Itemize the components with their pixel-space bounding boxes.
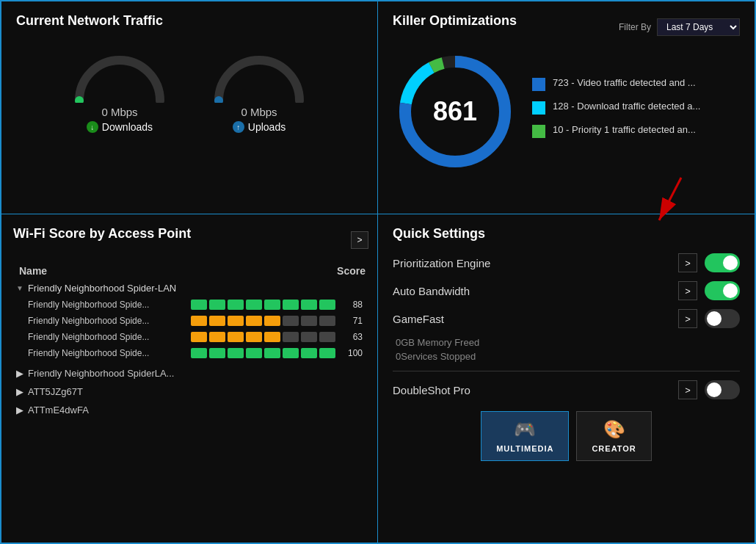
ap-collapsed-2[interactable]: ▶ Friendly Neighborhood SpiderLA... — [13, 364, 366, 382]
prioritization-engine-arrow-btn[interactable]: > — [678, 253, 697, 272]
doubleshot-toggle[interactable] — [705, 380, 740, 399]
bar-seg — [246, 300, 262, 310]
bar-seg — [283, 316, 299, 326]
quick-settings-title: Quick Settings — [393, 226, 740, 242]
gamefast-arrow-btn[interactable]: > — [678, 309, 697, 328]
bar-seg — [319, 332, 335, 342]
uploads-label: ↑ Uploads — [233, 121, 286, 133]
gamefast-toggle[interactable] — [705, 309, 740, 328]
bar-seg — [228, 332, 244, 342]
downloads-icon: ↓ — [87, 121, 98, 133]
killer-optimizations-panel: Killer Optimizations Filter By Last 7 Da… — [378, 1, 755, 214]
bar-seg — [209, 332, 225, 342]
gauges-container: 0 Mbps ↓ Downloads 0 Mbps ↑ Uploads — [16, 40, 363, 140]
wifi-score-panel: Wi-Fi Score by Access Point > Name Score… — [1, 214, 378, 543]
toggle-knob-4 — [707, 382, 722, 397]
bar-seg — [301, 316, 317, 326]
legend-item-1: 723 - Video traffic detected and ... — [532, 76, 740, 91]
downloads-label-text: Downloads — [102, 121, 153, 133]
ap-child-name-1-4: Friendly Neighborhood Spide... — [28, 348, 160, 358]
legend-text-1: 723 - Video traffic detected and ... — [553, 76, 696, 90]
ap-arrow-3: ▶ — [16, 386, 23, 397]
bar-seg — [264, 348, 280, 358]
score-1-3: 63 — [342, 332, 363, 342]
gamefast-memory: 0GB Memory Freed — [396, 337, 740, 348]
bar-seg — [319, 300, 335, 310]
bar-chart-1-1: 88 — [191, 300, 363, 310]
ap-collapsed-3[interactable]: ▶ ATT5JZg67T — [13, 382, 366, 401]
toggle-slider-off — [705, 309, 740, 328]
network-traffic-panel: Current Network Traffic 0 Mbps ↓ Downloa… — [1, 1, 378, 214]
gamefast-controls: > — [678, 309, 740, 328]
prioritization-engine-label: Prioritization Engine — [393, 257, 490, 269]
doubleshot-arrow-btn[interactable]: > — [678, 380, 697, 399]
bar-seg — [283, 348, 299, 358]
multimedia-mode-button[interactable]: 🎮 MULTIMEDIA — [481, 411, 569, 461]
uploads-gauge-svg — [211, 48, 307, 103]
wifi-header: Wi-Fi Score by Access Point > — [13, 226, 368, 253]
wifi-col-name: Name — [19, 265, 47, 277]
score-1-2: 71 — [342, 316, 363, 326]
ap-child-1-3: Friendly Neighborhood Spide... 63 — [25, 329, 366, 345]
bar-seg — [264, 300, 280, 310]
bar-chart-1-3: 63 — [191, 332, 363, 342]
uploads-gauge: 0 Mbps ↑ Uploads — [211, 48, 307, 133]
auto-bandwidth-controls: > — [678, 281, 740, 300]
wifi-expand-button[interactable]: > — [351, 231, 368, 249]
quick-settings-panel: Quick Settings Prioritization Engine > A… — [378, 214, 755, 543]
uploads-label-text: Uploads — [248, 121, 286, 133]
creator-mode-button[interactable]: 🎨 CREATOR — [576, 411, 651, 461]
ap-collapsed-4[interactable]: ▶ ATTmE4dwFA — [13, 401, 366, 419]
uploads-value: 0 Mbps — [241, 106, 277, 118]
bar-seg — [301, 300, 317, 310]
bar-seg — [283, 332, 299, 342]
ap-child-1-1: Friendly Neighborhood Spide... 88 — [25, 297, 366, 313]
gamefast-services: 0Services Stopped — [396, 351, 740, 362]
bar-seg — [191, 332, 207, 342]
doubleshot-row: DoubleShot Pro > — [393, 380, 740, 399]
bar-seg — [246, 348, 262, 358]
auto-bandwidth-toggle[interactable] — [705, 281, 740, 300]
doubleshot-controls: > — [678, 380, 740, 399]
bar-seg — [228, 348, 244, 358]
downloads-gauge-svg — [72, 48, 167, 103]
ap-parent-1[interactable]: ▼ Friendly Neighborhood Spider-LAN — [13, 280, 366, 297]
filter-label: Filter By — [619, 22, 651, 32]
downloads-value: 0 Mbps — [101, 106, 137, 118]
ko-legend: 723 - Video traffic detected and ... 128… — [532, 76, 740, 147]
downloads-gauge: 0 Mbps ↓ Downloads — [72, 48, 167, 133]
ko-header: Killer Optimizations Filter By Last 7 Da… — [393, 13, 740, 40]
bar-seg — [191, 300, 207, 310]
bar-seg — [283, 300, 299, 310]
toggle-slider-on-2 — [705, 281, 740, 300]
prioritization-engine-toggle[interactable] — [705, 253, 740, 272]
bar-seg — [209, 348, 225, 358]
dashboard: Current Network Traffic 0 Mbps ↓ Downloa… — [0, 0, 756, 544]
toggle-knob — [723, 255, 738, 270]
wifi-col-score: Score — [337, 265, 366, 277]
legend-text-3: 10 - Priority 1 traffic detected an... — [553, 123, 696, 137]
wifi-scroll-container[interactable]: ▼ Friendly Neighborhood Spider-LAN Frien… — [13, 280, 368, 531]
auto-bandwidth-arrow-btn[interactable]: > — [678, 281, 697, 300]
bar-chart-1-2: 71 — [191, 316, 363, 326]
creator-icon: 🎨 — [603, 419, 625, 440]
ap-name-3: ATT5JZg67T — [28, 386, 83, 397]
multimedia-label: MULTIMEDIA — [496, 444, 553, 453]
toggle-slider-off-2 — [705, 380, 740, 399]
gamefast-sub: 0GB Memory Freed 0Services Stopped — [393, 337, 740, 362]
wifi-table-header: Name Score — [13, 262, 368, 280]
creator-label: CREATOR — [592, 444, 636, 453]
donut-center-value: 861 — [433, 96, 477, 127]
bar-seg — [246, 332, 262, 342]
filter-select[interactable]: Last 7 Days Last 30 Days Last 24 Hours — [657, 18, 740, 36]
bar-seg — [264, 332, 280, 342]
bar-seg — [246, 316, 262, 326]
bar-seg — [209, 316, 225, 326]
bar-seg — [209, 300, 225, 310]
ap-arrow-2: ▶ — [16, 368, 23, 379]
downloads-label: ↓ Downloads — [87, 121, 153, 133]
ko-content: 861 723 - Video traffic detected and ...… — [393, 49, 740, 174]
bar-seg — [228, 300, 244, 310]
ap-children-1: Friendly Neighborhood Spide... 88 — [13, 297, 366, 361]
ap-group-1: ▼ Friendly Neighborhood Spider-LAN Frien… — [13, 280, 366, 361]
